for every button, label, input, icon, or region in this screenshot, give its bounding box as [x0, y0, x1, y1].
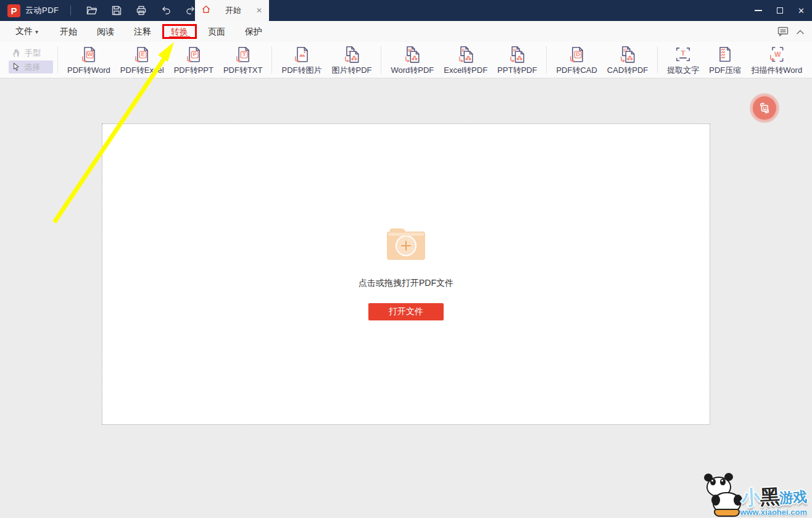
hand-tool-label: 手型: [25, 48, 41, 59]
home-icon: [202, 5, 210, 16]
maximize-button[interactable]: [769, 0, 790, 21]
titlebar: P 云动PDF 开始 ✕: [0, 0, 812, 21]
ribbon-button-excel-to-pdf[interactable]: E Excel转PDF: [439, 44, 492, 76]
ribbon-button-pdf-to-excel[interactable]: E PDF转Excel: [115, 44, 169, 76]
logo-letter: P: [10, 6, 17, 16]
add-folder-icon: [387, 232, 425, 260]
comment-icon[interactable]: [777, 27, 789, 36]
ribbon-button-pdf-compress[interactable]: PDF压缩: [704, 44, 746, 76]
excel-to-pdf-icon: E: [457, 45, 475, 64]
svg-text:T: T: [681, 49, 686, 57]
tab-label: 开始: [210, 5, 256, 16]
quick-convert-floating-button[interactable]: [752, 95, 777, 121]
collapse-ribbon-icon[interactable]: [796, 29, 805, 35]
pdf-dropzone[interactable]: 点击或拖拽打开PDF文件 打开文件: [102, 123, 710, 425]
menu-tab-read[interactable]: 阅读: [97, 21, 114, 42]
save-icon[interactable]: [109, 2, 125, 19]
watermark-url: www.xiaohei.com: [740, 508, 807, 517]
minimize-icon: [755, 10, 762, 11]
titlebar-divider: [70, 6, 71, 15]
site-watermark: 小黑游戏 www.xiaohei.com: [704, 474, 807, 517]
undo-icon[interactable]: [158, 2, 174, 19]
svg-text:D: D: [576, 51, 580, 57]
dropzone-hint: 点击或拖拽打开PDF文件: [358, 278, 454, 289]
svg-text:W: W: [87, 51, 93, 57]
ribbon-button-image-to-pdf[interactable]: 图片转PDF: [326, 44, 376, 76]
pdf-to-word-icon: W: [80, 45, 98, 64]
app-logo: P: [7, 4, 20, 17]
panda-mascot-icon: [704, 474, 742, 517]
menu-file-label: 文件: [15, 26, 33, 37]
ribbon-button-pdf-to-image[interactable]: PDF转图片: [276, 44, 326, 76]
pdf-to-image-icon: [292, 45, 311, 64]
plus-icon: [396, 235, 416, 256]
menu-label: 开始: [60, 27, 77, 36]
menu-label: 页面: [208, 27, 225, 36]
ribbon-button-pdf-to-ppt[interactable]: P PDF转PPT: [169, 44, 218, 76]
ribbon-separator: [57, 46, 58, 73]
hand-tool-button[interactable]: 手型: [9, 46, 53, 59]
ribbon-separator: [271, 46, 272, 73]
ribbon-toolbar: 手型 选择 W PDF转Word E PDF转Excel: [0, 42, 812, 78]
menu-tab-start[interactable]: 开始: [60, 21, 77, 42]
pdf-to-cad-icon: D: [568, 45, 586, 64]
menu-label: 注释: [134, 27, 151, 36]
tab-close-icon[interactable]: ✕: [256, 6, 262, 15]
svg-text:E: E: [141, 51, 146, 57]
window-controls: ✕: [747, 0, 812, 21]
minimize-button[interactable]: [747, 0, 769, 21]
open-file-button[interactable]: 打开文件: [368, 303, 444, 320]
print-icon[interactable]: [133, 2, 149, 19]
hand-icon: [12, 48, 21, 57]
close-icon: ✕: [798, 6, 805, 15]
menubar: 文件 ▾ 开始 阅读 注释 转换 页面 保护: [0, 21, 812, 42]
app-title: 云动PDF: [25, 5, 59, 16]
pdf-to-txt-icon: T: [234, 45, 252, 64]
ribbon-separator: [381, 46, 381, 73]
cursor-icon: [12, 62, 20, 72]
ribbon-button-pdf-to-cad[interactable]: D PDF转CAD: [551, 44, 602, 76]
ribbon-button-scan-to-word[interactable]: W 扫描件转Word: [746, 44, 807, 76]
close-button[interactable]: ✕: [790, 0, 812, 21]
menu-label: 保护: [245, 27, 262, 36]
main-workspace: 点击或拖拽打开PDF文件 打开文件: [0, 78, 812, 517]
select-tool-label: 选择: [24, 62, 40, 73]
svg-text:P: P: [193, 51, 197, 57]
chevron-down-icon: ▾: [35, 28, 38, 35]
titlebar-left: P 云动PDF: [0, 0, 203, 21]
ribbon-separator: [546, 46, 547, 73]
ribbon-button-pdf-to-word[interactable]: W PDF转Word: [62, 44, 115, 76]
word-to-pdf-icon: W: [403, 45, 421, 64]
pdf-to-ppt-icon: P: [184, 45, 203, 64]
menu-tab-convert[interactable]: 转换: [171, 21, 188, 42]
cad-to-pdf-icon: D: [618, 45, 637, 64]
ribbon-button-cad-to-pdf[interactable]: D CAD转PDF: [602, 44, 653, 76]
ribbon-button-extract-text[interactable]: T 提取文字: [662, 44, 704, 76]
open-file-icon[interactable]: [84, 2, 100, 19]
menu-label: 阅读: [97, 27, 114, 36]
menu-tab-protect[interactable]: 保护: [245, 21, 262, 42]
menu-file[interactable]: 文件 ▾: [15, 21, 40, 42]
select-tool-button[interactable]: 选择: [9, 61, 53, 73]
ribbon-separator: [657, 46, 658, 73]
extract-text-icon: T: [674, 45, 692, 64]
convert-smiley-icon: [758, 101, 771, 115]
ribbon-button-word-to-pdf[interactable]: W Word转PDF: [386, 44, 439, 76]
menu-tab-annotate[interactable]: 注释: [134, 21, 151, 42]
scan-to-word-icon: W: [768, 45, 786, 64]
watermark-title: 小黑游戏: [740, 485, 807, 508]
maximize-icon: [777, 7, 783, 14]
ribbon-button-pdf-to-txt[interactable]: T PDF转TXT: [218, 44, 268, 76]
ribbon-button-ppt-to-pdf[interactable]: P PPT转PDF: [492, 44, 542, 76]
ppt-to-pdf-icon: P: [508, 45, 526, 64]
pdf-to-excel-icon: E: [133, 45, 151, 64]
svg-text:W: W: [774, 51, 781, 58]
document-tab-home[interactable]: 开始 ✕: [195, 0, 269, 21]
menu-tab-page[interactable]: 页面: [208, 21, 225, 42]
pointer-tools: 手型 选择: [9, 46, 53, 73]
pdf-compress-icon: [716, 45, 734, 64]
menubar-right: [777, 21, 805, 42]
watermark-text: 小黑游戏 www.xiaohei.com: [740, 487, 807, 517]
app-window: P 云动PDF 开始 ✕: [0, 0, 812, 518]
active-tab-underline: [169, 36, 190, 38]
